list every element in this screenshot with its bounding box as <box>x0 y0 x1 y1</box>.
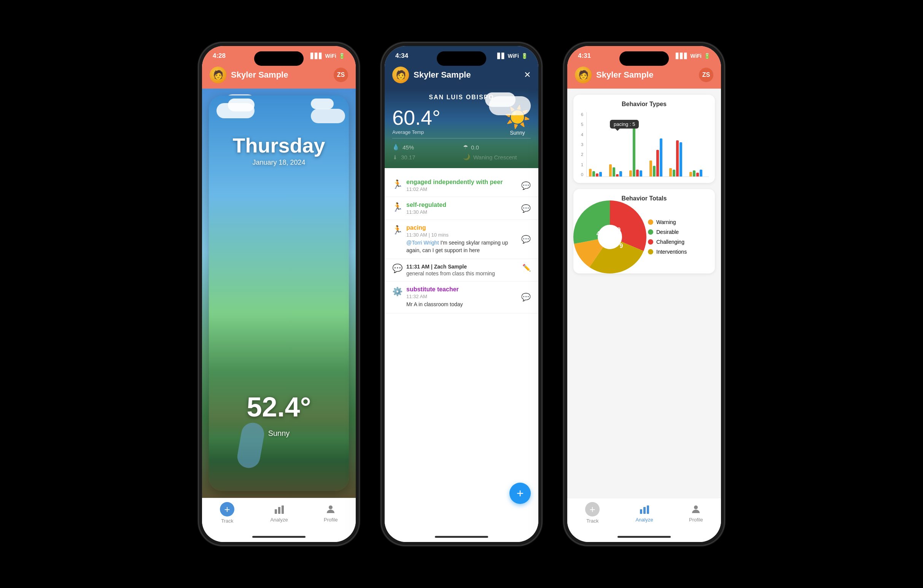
y-axis-labels: 0 1 2 3 4 5 6 <box>580 112 585 177</box>
pie-section: 4 9 10 9 Warning Desirabl <box>580 206 709 267</box>
bar-3-4 <box>640 170 642 177</box>
pie-svg: 4 9 10 9 <box>580 206 641 267</box>
fab-button-2[interactable]: + <box>509 483 531 504</box>
header-name-3: Skyler Sample <box>596 70 694 80</box>
phone3-analyze-content: Behavior Types pacing : 5 0 1 2 3 4 5 <box>567 88 721 498</box>
legend-desirable: Desirable <box>648 229 687 235</box>
legend-label-interventions: Interventions <box>656 249 687 255</box>
weather-day-section: Thursday January 18, 2024 <box>209 134 349 167</box>
legend-interventions: Interventions <box>648 249 687 255</box>
weather-card-1: Thursday January 18, 2024 52.4° Sunny <box>209 95 349 491</box>
stream-section-2[interactable]: 🏃 engaged independently with peer 11:02 … <box>384 168 539 531</box>
note-text-4: general notes from class this morning <box>406 270 519 277</box>
bar-group-2 <box>609 164 626 177</box>
nav-analyze-label-1: Analyze <box>270 517 287 522</box>
svg-rect-4 <box>640 509 642 514</box>
home-indicator-1 <box>202 531 356 542</box>
weather-day-name: Thursday <box>209 134 349 157</box>
behavior-name-5: substitute teacher <box>406 286 517 293</box>
chat-icon-2[interactable]: 💬 <box>521 204 531 213</box>
stream-item-2[interactable]: 🏃 self-regulated 11:30 AM 💬 <box>384 197 539 220</box>
stream-note-item-4[interactable]: 💬 11:31 AM | Zach Sample general notes f… <box>384 259 539 282</box>
home-bar-2 <box>435 536 488 538</box>
wifi-icon-2: WiFi <box>508 53 519 59</box>
track-btn-3[interactable]: + <box>585 502 599 516</box>
w2-cloud-2 <box>485 92 516 107</box>
status-icons-1: ▋▋▋ WiFi 🔋 <box>310 53 345 59</box>
stream-item-3[interactable]: 🏃 pacing 11:30 AM | 10 mins @Torri Wrigh… <box>384 220 539 259</box>
bar-group-5 <box>669 140 687 177</box>
analyze-icon-1 <box>273 503 285 515</box>
bar-2-1 <box>609 164 612 177</box>
avatar-img-1: 🧑 <box>210 67 227 83</box>
bar-5-4 <box>680 142 682 177</box>
person-icon-3: 🏃 <box>392 225 402 235</box>
pie-desirable <box>586 213 634 261</box>
scenery-hills <box>209 415 349 491</box>
stream-content-2: self-regulated 11:30 AM <box>406 201 517 215</box>
svg-point-3 <box>329 506 333 509</box>
analyze-icon-3 <box>639 503 650 515</box>
chat-icon-3[interactable]: 💬 <box>521 235 531 244</box>
bar-4-2 <box>653 166 655 177</box>
avatar-img-2: 🧑 <box>392 67 409 83</box>
note-icon-4: 💬 <box>392 264 402 274</box>
legend-dot-warning <box>648 219 653 225</box>
person-icon-1: 🏃 <box>392 180 402 189</box>
w2-hills <box>384 138 539 168</box>
card-cloud-2 <box>228 98 255 111</box>
status-time-1: 4:28 <box>213 52 226 60</box>
weather2-bg <box>384 88 539 168</box>
bar-1-3 <box>596 174 598 177</box>
stream-content-1: engaged independently with peer 11:02 AM <box>406 179 517 192</box>
mention-3: @Torri Wright <box>406 240 439 246</box>
wifi-icon-3: WiFi <box>691 53 701 59</box>
bar-6-3 <box>696 173 699 177</box>
note-header-4: 11:31 AM | Zach Sample <box>406 264 519 270</box>
bar-5-1 <box>669 168 672 177</box>
track-btn-1[interactable]: + <box>220 502 234 516</box>
legend-challenging: Challenging <box>648 239 687 245</box>
bar-4-3 <box>656 150 659 177</box>
bar-2-2 <box>613 167 615 177</box>
legend-dot-interventions <box>648 249 653 254</box>
stream-item-5[interactable]: ⚙️ substitute teacher 11:32 AM Mr A in c… <box>384 282 539 313</box>
nav-track-1[interactable]: + Track <box>220 502 234 524</box>
nav-profile-3[interactable]: Profile <box>689 503 703 522</box>
bar-group-6 <box>690 170 706 177</box>
legend-dot-challenging <box>648 239 653 244</box>
nav-profile-1[interactable]: Profile <box>324 503 338 522</box>
stream-item-1[interactable]: 🏃 engaged independently with peer 11:02 … <box>384 174 539 197</box>
legend-label-desirable: Desirable <box>656 229 679 235</box>
nav-track-3[interactable]: + Track <box>585 502 599 524</box>
legend-warning: Warning <box>648 219 687 225</box>
battery-icon-3: 🔋 <box>704 53 710 59</box>
svg-rect-5 <box>643 507 645 514</box>
bar-1-1 <box>589 169 591 177</box>
bottom-nav-3: + Track Analyze <box>567 498 721 531</box>
chat-icon-5[interactable]: 💬 <box>521 293 531 301</box>
bar-6-4 <box>700 170 702 177</box>
nav-profile-label-1: Profile <box>324 517 338 522</box>
status-bar-2: 4:34 ▋▋ WiFi 🔋 <box>384 46 539 63</box>
svg-rect-0 <box>275 509 277 514</box>
header-badge-3[interactable]: ZS <box>699 68 713 82</box>
chat-icon-1[interactable]: 💬 <box>521 181 531 190</box>
close-btn-2[interactable]: ✕ <box>524 70 531 80</box>
bar-4-1 <box>649 161 652 177</box>
signal-icon-3: ▋▋▋ <box>676 53 688 59</box>
nav-analyze-1[interactable]: Analyze <box>270 503 287 522</box>
header-badge-1[interactable]: ZS <box>333 68 348 82</box>
dynamic-island-1 <box>254 51 304 66</box>
stream-note-3: @Torri Wright I'm seeing skylar ramping … <box>406 239 517 254</box>
bar-3-2 <box>633 123 636 177</box>
nav-analyze-3[interactable]: Analyze <box>636 503 653 522</box>
bar-2-3 <box>616 174 619 177</box>
status-bar-1: 4:28 ▋▋▋ WiFi 🔋 <box>202 46 356 63</box>
legend-dot-desirable <box>648 229 653 235</box>
avatar-3: 🧑 <box>575 67 591 83</box>
edit-icon-4[interactable]: ✏️ <box>522 264 531 272</box>
phone-3: 4:31 ▋▋▋ WiFi 🔋 🧑 Skyler Sample ZS Behav… <box>564 43 724 545</box>
person-icon-5: ⚙️ <box>392 287 402 296</box>
bar-5-2 <box>673 170 675 177</box>
